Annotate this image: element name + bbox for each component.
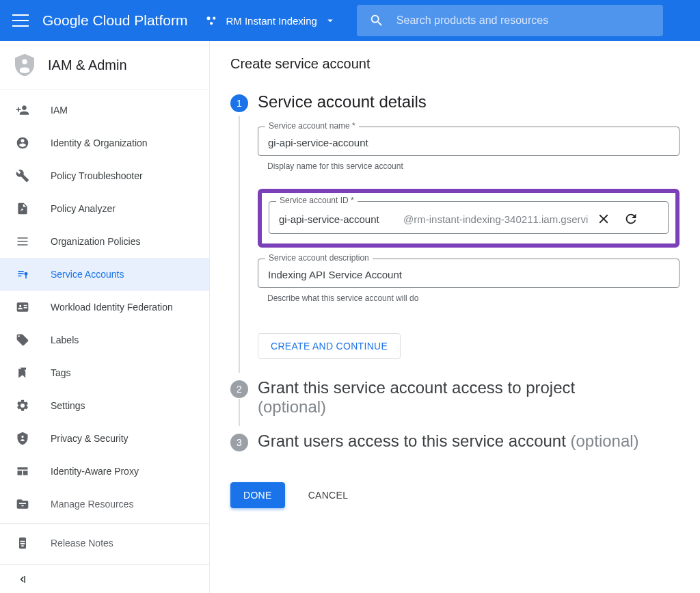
sidebar-item-label: Labels bbox=[51, 334, 79, 345]
doc-search-icon bbox=[15, 201, 30, 216]
sidebar-item-label: Release Notes bbox=[51, 538, 113, 549]
iap-icon bbox=[15, 464, 30, 479]
bottom-actions: DONE CANCEL bbox=[210, 470, 700, 529]
sidebar-nav: IAMIdentity & OrganizationPolicy Trouble… bbox=[0, 90, 209, 564]
done-button[interactable]: DONE bbox=[230, 482, 285, 508]
svg-rect-4 bbox=[24, 576, 25, 583]
id-domain-suffix: @rm-instant-indexing-340211.iam.gservi bbox=[403, 213, 588, 225]
service-account-id-highlight: Service account ID * @rm-instant-indexin… bbox=[258, 189, 679, 248]
page-title: Create service account bbox=[230, 56, 679, 72]
service-account-id-input[interactable] bbox=[279, 213, 395, 225]
topbar: Google Cloud Platform RM Instant Indexin… bbox=[0, 0, 700, 41]
project-icon bbox=[205, 14, 219, 27]
step-1: 1 Service account details Service accoun… bbox=[230, 92, 679, 373]
step-2-title: Grant this service account access to pro… bbox=[258, 378, 679, 417]
sidebar-item-label: Manage Resources bbox=[51, 499, 133, 510]
service-account-name-input[interactable] bbox=[268, 137, 669, 148]
sidebar-item-iam[interactable]: IAM bbox=[0, 94, 209, 127]
collapse-sidebar-button[interactable] bbox=[0, 564, 209, 593]
sidebar-item-label: Identity & Organization bbox=[51, 137, 148, 148]
sidebar-item-policy-analyzer[interactable]: Policy Analyzer bbox=[0, 192, 209, 225]
page-header: Create service account bbox=[210, 41, 700, 92]
sidebar-item-label: Policy Troubleshooter bbox=[51, 170, 143, 181]
sidebar-item-release-notes[interactable]: Release Notes bbox=[0, 527, 209, 559]
sidebar-item-label: Service Accounts bbox=[51, 269, 124, 280]
sidebar-title: IAM & Admin bbox=[48, 57, 127, 73]
main-content: Create service account 1 Service account… bbox=[210, 41, 700, 593]
sidebar: IAM & Admin IAMIdentity & OrganizationPo… bbox=[0, 41, 210, 593]
chevron-left-icon bbox=[15, 572, 29, 586]
search-input[interactable] bbox=[396, 14, 651, 27]
project-selector[interactable]: RM Instant Indexing bbox=[205, 14, 336, 27]
sidebar-item-label: Policy Analyzer bbox=[51, 203, 116, 214]
name-label: Service account name * bbox=[265, 121, 359, 131]
sidebar-item-label: Tags bbox=[51, 367, 71, 378]
sidebar-item-identity-aware-proxy[interactable]: Identity-Aware Proxy bbox=[0, 455, 209, 488]
desc-hint: Describe what this service account will … bbox=[258, 288, 679, 315]
cancel-button[interactable]: CANCEL bbox=[296, 482, 361, 508]
notes-icon bbox=[15, 536, 30, 551]
id-label: Service account ID * bbox=[276, 196, 358, 205]
sidebar-item-label: Privacy & Security bbox=[51, 433, 129, 444]
shield-icon bbox=[15, 431, 30, 446]
service-account-description-field: Service account description Describe wha… bbox=[258, 259, 679, 315]
sidebar-item-identity-organization[interactable]: Identity & Organization bbox=[0, 127, 209, 159]
sidebar-item-manage-resources[interactable]: Manage Resources bbox=[0, 488, 209, 520]
gear-icon bbox=[15, 398, 30, 413]
svg-point-2 bbox=[211, 22, 213, 25]
key-account-icon bbox=[15, 267, 30, 282]
account-icon bbox=[15, 135, 30, 150]
sidebar-item-service-accounts[interactable]: Service Accounts bbox=[0, 258, 209, 291]
step-2-badge: 2 bbox=[230, 380, 248, 398]
sidebar-item-tags[interactable]: Tags bbox=[0, 356, 209, 389]
sidebar-item-policy-troubleshooter[interactable]: Policy Troubleshooter bbox=[0, 159, 209, 192]
manage-icon bbox=[15, 497, 30, 512]
brand-logo[interactable]: Google Cloud Platform bbox=[42, 12, 187, 29]
service-account-description-input[interactable] bbox=[268, 269, 669, 280]
person-add-icon bbox=[15, 103, 30, 118]
step-1-badge: 1 bbox=[230, 94, 248, 112]
menu-icon[interactable] bbox=[12, 12, 29, 29]
sidebar-item-labels[interactable]: Labels bbox=[0, 324, 209, 356]
refresh-icon[interactable] bbox=[623, 211, 638, 226]
step-3-title: Grant users access to this service accou… bbox=[258, 432, 679, 451]
sidebar-item-label: Settings bbox=[51, 400, 85, 411]
project-name: RM Instant Indexing bbox=[226, 15, 317, 27]
sidebar-item-label: IAM bbox=[51, 105, 68, 116]
svg-point-0 bbox=[207, 16, 211, 20]
clear-icon[interactable] bbox=[596, 211, 611, 226]
bookmark-icon bbox=[15, 365, 30, 380]
tag-icon bbox=[15, 332, 30, 347]
sidebar-item-organization-policies[interactable]: Organization Policies bbox=[0, 225, 209, 258]
search-icon bbox=[369, 13, 384, 28]
step-3-badge: 3 bbox=[230, 434, 248, 451]
sidebar-item-privacy-security[interactable]: Privacy & Security bbox=[0, 422, 209, 455]
create-and-continue-button[interactable]: CREATE AND CONTINUE bbox=[258, 333, 401, 359]
sidebar-item-workload-identity-federation[interactable]: Workload Identity Federation bbox=[0, 291, 209, 324]
wrench-icon bbox=[15, 168, 30, 183]
search-bar[interactable] bbox=[357, 5, 663, 36]
svg-point-3 bbox=[22, 60, 27, 64]
sidebar-item-label: Organization Policies bbox=[51, 236, 141, 247]
sidebar-header: IAM & Admin bbox=[0, 41, 209, 90]
desc-label: Service account description bbox=[265, 253, 373, 263]
sidebar-item-label: Identity-Aware Proxy bbox=[51, 466, 139, 477]
chevron-down-icon bbox=[324, 14, 336, 27]
id-card-icon bbox=[15, 300, 30, 315]
shield-icon bbox=[15, 53, 34, 77]
sidebar-item-settings[interactable]: Settings bbox=[0, 389, 209, 422]
list-icon bbox=[15, 234, 30, 249]
name-hint: Display name for this service account bbox=[258, 156, 679, 183]
service-account-name-field: Service account name * Display name for … bbox=[258, 127, 679, 183]
sidebar-item-label: Workload Identity Federation bbox=[51, 302, 173, 313]
step-3[interactable]: 3 Grant users access to this service acc… bbox=[230, 432, 679, 470]
step-2[interactable]: 2 Grant this service account access to p… bbox=[230, 378, 679, 432]
step-1-title: Service account details bbox=[258, 92, 679, 111]
svg-point-1 bbox=[213, 17, 216, 20]
